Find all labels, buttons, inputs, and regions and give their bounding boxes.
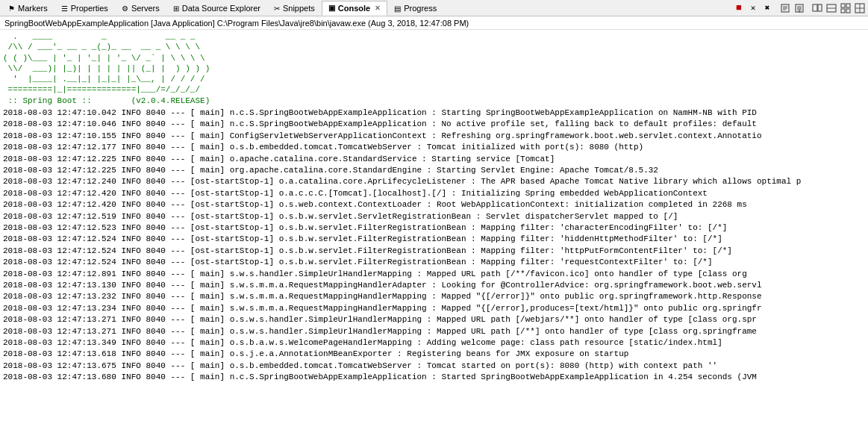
console-close-icon[interactable]: ✕ bbox=[375, 4, 381, 12]
tab-progress[interactable]: ▤ Progress bbox=[387, 1, 443, 16]
console-title: SpringBootWebAppExampleApplication [Java… bbox=[0, 16, 868, 30]
log-container: 2018-08-03 12:47:10.042 INFO 8040 --- [ … bbox=[3, 107, 865, 383]
tab-snippets[interactable]: ✂ Snippets bbox=[267, 1, 322, 16]
tab-markers-label: Markers bbox=[18, 4, 48, 13]
tab-markers[interactable]: ⚑ Markers bbox=[1, 1, 54, 16]
markers-icon: ⚑ bbox=[8, 4, 15, 13]
snippets-icon: ✂ bbox=[274, 4, 280, 13]
clear-button[interactable] bbox=[778, 1, 792, 15]
log-line: 2018-08-03 12:47:13.618 INFO 8040 --- [ … bbox=[3, 349, 865, 360]
scrolllock-button[interactable] bbox=[793, 1, 806, 15]
log-line: 2018-08-03 12:47:10.046 INFO 8040 --- [ … bbox=[3, 119, 865, 130]
tab-datasource-label: Data Source Explorer bbox=[182, 4, 260, 13]
pin2-button[interactable] bbox=[825, 1, 838, 15]
log-line: 2018-08-03 12:47:10.042 INFO 8040 --- [ … bbox=[3, 107, 865, 119]
separator1 bbox=[775, 1, 778, 15]
log-line: 2018-08-03 12:47:10.155 INFO 8040 --- [ … bbox=[3, 131, 865, 142]
view1-button[interactable] bbox=[839, 1, 852, 15]
log-line: 2018-08-03 12:47:12.225 INFO 8040 --- [ … bbox=[3, 165, 865, 176]
tab-datasource[interactable]: ⊞ Data Source Explorer bbox=[166, 1, 267, 16]
log-line: 2018-08-03 12:47:12.519 INFO 8040 --- [o… bbox=[3, 211, 865, 222]
console-title-text: SpringBootWebAppExampleApplication [Java… bbox=[4, 19, 469, 28]
view2-icon bbox=[855, 3, 865, 13]
view2-button[interactable] bbox=[853, 1, 867, 15]
tab-console-label: Console bbox=[338, 4, 370, 13]
svg-rect-10 bbox=[813, 4, 817, 11]
log-line: 2018-08-03 12:47:12.524 INFO 8040 --- [o… bbox=[3, 257, 865, 268]
log-line: 2018-08-03 12:47:12.225 INFO 8040 --- [ … bbox=[3, 154, 865, 165]
spring-logo: . ____ _ __ _ _ /\\ / ___'_ __ _ _(_)_ _… bbox=[3, 31, 865, 106]
svg-rect-14 bbox=[841, 4, 845, 7]
svg-rect-11 bbox=[818, 4, 822, 11]
clear-icon bbox=[780, 3, 790, 13]
log-line: 2018-08-03 12:47:12.240 INFO 8040 --- [o… bbox=[3, 176, 865, 187]
pin1-button[interactable] bbox=[811, 1, 824, 15]
log-line: 2018-08-03 12:47:12.177 INFO 8040 --- [ … bbox=[3, 142, 865, 153]
toolbar-buttons: ■ ✕ ✖ bbox=[732, 1, 867, 15]
tab-properties-label: Properties bbox=[71, 4, 108, 13]
log-line: 2018-08-03 12:47:12.524 INFO 8040 --- [o… bbox=[3, 246, 865, 257]
log-line: 2018-08-03 12:47:13.234 INFO 8040 --- [ … bbox=[3, 303, 865, 314]
view1-icon bbox=[840, 3, 851, 13]
tab-snippets-label: Snippets bbox=[283, 4, 315, 13]
separator2 bbox=[807, 1, 810, 15]
disconnect-button[interactable]: ✕ bbox=[746, 1, 760, 15]
console-icon: ▣ bbox=[328, 4, 335, 12]
log-line: 2018-08-03 12:47:12.420 INFO 8040 --- [o… bbox=[3, 199, 865, 210]
svg-rect-17 bbox=[846, 9, 850, 13]
datasource-icon: ⊞ bbox=[173, 4, 179, 13]
tab-servers[interactable]: ⚙ Servers bbox=[115, 1, 166, 16]
svg-rect-15 bbox=[846, 4, 850, 7]
log-line: 2018-08-03 12:47:12.891 INFO 8040 --- [ … bbox=[3, 269, 865, 280]
log-line: 2018-08-03 12:47:13.271 INFO 8040 --- [ … bbox=[3, 314, 865, 325]
log-line: 2018-08-03 12:47:13.232 INFO 8040 --- [ … bbox=[3, 291, 865, 302]
tab-servers-label: Servers bbox=[131, 4, 160, 13]
log-line: 2018-08-03 12:47:13.130 INFO 8040 --- [ … bbox=[3, 280, 865, 291]
log-line: 2018-08-03 12:47:13.680 INFO 8040 --- [ … bbox=[3, 372, 865, 383]
progress-icon: ▤ bbox=[394, 4, 401, 13]
pin1-icon bbox=[812, 3, 822, 13]
log-line: 2018-08-03 12:47:13.675 INFO 8040 --- [ … bbox=[3, 361, 865, 372]
log-line: 2018-08-03 12:47:12.524 INFO 8040 --- [o… bbox=[3, 234, 865, 245]
svg-rect-16 bbox=[841, 9, 845, 13]
scrolllock-icon bbox=[794, 3, 805, 13]
servers-icon: ⚙ bbox=[122, 4, 128, 13]
log-line: 2018-08-03 12:47:13.271 INFO 8040 --- [ … bbox=[3, 326, 865, 337]
log-line: 2018-08-03 12:47:13.349 INFO 8040 --- [ … bbox=[3, 337, 865, 349]
pin2-icon bbox=[826, 3, 837, 13]
tab-bar: ⚑ Markers ☰ Properties ⚙ Servers ⊞ Data … bbox=[0, 0, 868, 16]
remove-button[interactable]: ✖ bbox=[761, 1, 774, 15]
console-output[interactable]: . ____ _ __ _ _ /\\ / ___'_ __ _ _(_)_ _… bbox=[0, 30, 868, 421]
tab-console[interactable]: ▣ Console ✕ bbox=[322, 1, 387, 16]
log-line: 2018-08-03 12:47:12.420 INFO 8040 --- [o… bbox=[3, 188, 865, 199]
tab-progress-label: Progress bbox=[404, 4, 437, 13]
stop-button[interactable]: ■ bbox=[732, 1, 746, 15]
properties-icon: ☰ bbox=[61, 4, 68, 13]
tab-properties[interactable]: ☰ Properties bbox=[54, 1, 115, 16]
log-line: 2018-08-03 12:47:12.523 INFO 8040 --- [o… bbox=[3, 222, 865, 234]
